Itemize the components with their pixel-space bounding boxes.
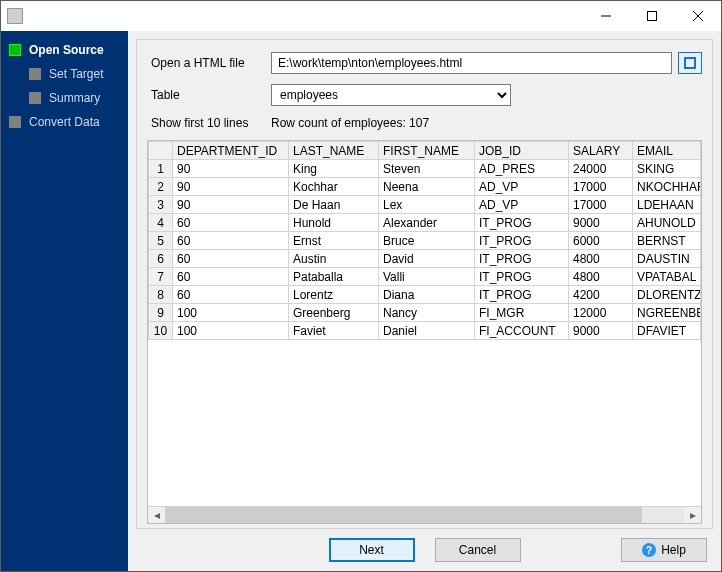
cell[interactable]: Bruce — [379, 232, 475, 250]
scrollbar-thumb[interactable] — [165, 507, 642, 523]
cell[interactable]: Pataballa — [289, 268, 379, 286]
cell[interactable]: Steven — [379, 160, 475, 178]
table-row[interactable]: 660AustinDavidIT_PROG4800DAUSTIN — [149, 250, 701, 268]
cell[interactable]: Lex — [379, 196, 475, 214]
table-select[interactable]: employees — [271, 84, 511, 106]
browse-file-button[interactable] — [678, 52, 702, 74]
cell[interactable]: IT_PROG — [475, 268, 569, 286]
wizard-button-row: Next Cancel ? Help — [128, 529, 721, 571]
cell[interactable]: 4800 — [569, 250, 633, 268]
column-header[interactable]: EMAIL — [633, 142, 701, 160]
cell[interactable]: 9000 — [569, 214, 633, 232]
table-row[interactable]: 190KingStevenAD_PRES24000SKING — [149, 160, 701, 178]
row-number: 7 — [149, 268, 173, 286]
cell[interactable]: De Haan — [289, 196, 379, 214]
cell[interactable]: AD_VP — [475, 196, 569, 214]
cell[interactable]: Neena — [379, 178, 475, 196]
next-button[interactable]: Next — [329, 538, 415, 562]
cell[interactable]: 90 — [173, 160, 289, 178]
cell[interactable]: Kochhar — [289, 178, 379, 196]
sidebar-step-summary[interactable]: Summary — [7, 91, 128, 105]
cell[interactable]: 60 — [173, 286, 289, 304]
cell[interactable]: AD_VP — [475, 178, 569, 196]
step-indicator-icon — [9, 44, 21, 56]
cell[interactable]: 90 — [173, 178, 289, 196]
sidebar-step-convert-data[interactable]: Convert Data — [7, 115, 128, 129]
cell[interactable]: 4200 — [569, 286, 633, 304]
column-header[interactable]: DEPARTMENT_ID — [173, 142, 289, 160]
row-number: 4 — [149, 214, 173, 232]
table-row[interactable]: 10100FavietDanielFI_ACCOUNT9000DFAVIET — [149, 322, 701, 340]
cell[interactable]: Valli — [379, 268, 475, 286]
cell[interactable]: 12000 — [569, 304, 633, 322]
cell[interactable]: Austin — [289, 250, 379, 268]
cell[interactable]: NGREENBE — [633, 304, 701, 322]
cell[interactable]: DFAVIET — [633, 322, 701, 340]
table-row[interactable]: 460HunoldAlexanderIT_PROG9000AHUNOLD — [149, 214, 701, 232]
cell[interactable]: 6000 — [569, 232, 633, 250]
cell[interactable]: 24000 — [569, 160, 633, 178]
cell[interactable]: Alexander — [379, 214, 475, 232]
column-header[interactable]: FIRST_NAME — [379, 142, 475, 160]
cell[interactable]: Diana — [379, 286, 475, 304]
cell[interactable]: Hunold — [289, 214, 379, 232]
cell[interactable]: 90 — [173, 196, 289, 214]
file-path-input[interactable] — [271, 52, 672, 74]
cell[interactable]: SKING — [633, 160, 701, 178]
cell[interactable]: IT_PROG — [475, 250, 569, 268]
table-row[interactable]: 9100GreenbergNancyFI_MGR12000NGREENBE — [149, 304, 701, 322]
cell[interactable]: 60 — [173, 232, 289, 250]
cell[interactable]: David — [379, 250, 475, 268]
column-header[interactable]: LAST_NAME — [289, 142, 379, 160]
cancel-button[interactable]: Cancel — [435, 538, 521, 562]
cell[interactable]: IT_PROG — [475, 232, 569, 250]
row-number: 10 — [149, 322, 173, 340]
cell[interactable]: FI_ACCOUNT — [475, 322, 569, 340]
table-row[interactable]: 390De HaanLexAD_VP17000LDEHAAN — [149, 196, 701, 214]
cell[interactable]: FI_MGR — [475, 304, 569, 322]
horizontal-scrollbar[interactable]: ◂ ▸ — [148, 506, 701, 523]
cell[interactable]: NKOCHHAR — [633, 178, 701, 196]
cell[interactable]: 60 — [173, 250, 289, 268]
cell[interactable]: Ernst — [289, 232, 379, 250]
column-header[interactable]: JOB_ID — [475, 142, 569, 160]
close-button[interactable] — [675, 1, 721, 31]
help-button[interactable]: ? Help — [621, 538, 707, 562]
cell[interactable]: LDEHAAN — [633, 196, 701, 214]
cell[interactable]: 17000 — [569, 196, 633, 214]
cell[interactable]: AD_PRES — [475, 160, 569, 178]
cell[interactable]: 4800 — [569, 268, 633, 286]
cell[interactable]: 60 — [173, 214, 289, 232]
cell[interactable]: Nancy — [379, 304, 475, 322]
cell[interactable]: 9000 — [569, 322, 633, 340]
column-header[interactable]: SALARY — [569, 142, 633, 160]
cell[interactable]: King — [289, 160, 379, 178]
sidebar-step-open-source[interactable]: Open Source — [7, 43, 128, 57]
minimize-button[interactable] — [583, 1, 629, 31]
cell[interactable]: 17000 — [569, 178, 633, 196]
cell[interactable]: BERNST — [633, 232, 701, 250]
cell[interactable]: 100 — [173, 322, 289, 340]
cell[interactable]: IT_PROG — [475, 286, 569, 304]
cell[interactable]: IT_PROG — [475, 214, 569, 232]
cell[interactable]: AHUNOLD — [633, 214, 701, 232]
cell[interactable]: Daniel — [379, 322, 475, 340]
cell[interactable]: 100 — [173, 304, 289, 322]
scroll-right-icon[interactable]: ▸ — [684, 507, 701, 524]
cell[interactable]: 60 — [173, 268, 289, 286]
table-row[interactable]: 290KochharNeenaAD_VP17000NKOCHHAR — [149, 178, 701, 196]
maximize-button[interactable] — [629, 1, 675, 31]
scroll-left-icon[interactable]: ◂ — [148, 507, 165, 524]
table-row[interactable]: 860LorentzDianaIT_PROG4200DLORENTZ — [149, 286, 701, 304]
cell[interactable]: VPATABAL — [633, 268, 701, 286]
table-row[interactable]: 560ErnstBruceIT_PROG6000BERNST — [149, 232, 701, 250]
cell[interactable]: Greenberg — [289, 304, 379, 322]
table-row[interactable]: 760PataballaValliIT_PROG4800VPATABAL — [149, 268, 701, 286]
row-header-corner — [149, 142, 173, 160]
cell[interactable]: DAUSTIN — [633, 250, 701, 268]
help-icon: ? — [642, 543, 656, 557]
cell[interactable]: Faviet — [289, 322, 379, 340]
sidebar-step-set-target[interactable]: Set Target — [7, 67, 128, 81]
cell[interactable]: Lorentz — [289, 286, 379, 304]
cell[interactable]: DLORENTZ — [633, 286, 701, 304]
